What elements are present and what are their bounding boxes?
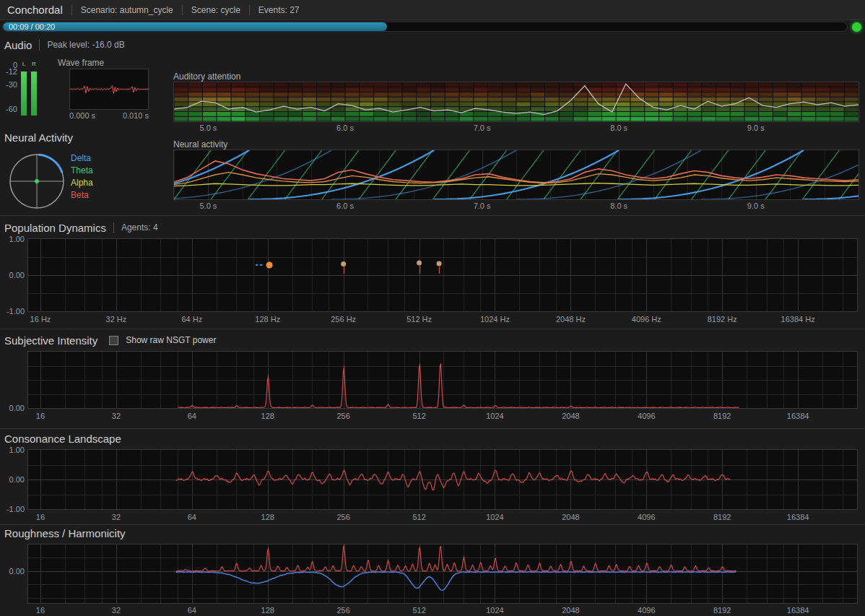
meter-tick-label: -12 <box>1 67 17 76</box>
audio-title: Audio <box>4 39 32 51</box>
x-tick-label: 1024 <box>486 412 503 420</box>
wave-frame-chart <box>69 69 149 110</box>
wave-end-time: 0.010 s <box>123 111 149 120</box>
x-tick-label: 16 <box>36 606 45 615</box>
wave-start-time: 0.000 s <box>69 111 95 120</box>
population-chart <box>27 238 858 312</box>
x-tick-label: 4096 <box>638 412 655 420</box>
top-bar: Conchordal Scenario: autumn_cycle Scene:… <box>0 0 865 20</box>
population-header: Population Dynamics Agents: 4 <box>4 220 158 235</box>
x-tick-label: 64 Hz <box>181 315 202 324</box>
show-raw-nsgt-label: Show raw NSGT power <box>126 335 216 345</box>
x-tick-label: 32 <box>112 412 121 420</box>
neural-gauge <box>6 150 68 212</box>
x-tick-label: 1024 <box>486 513 503 521</box>
y-tick-label: 0.00 <box>1 567 25 576</box>
auditory-attention-title: Auditory attention <box>173 71 240 82</box>
x-tick-label: 16384 <box>787 606 809 615</box>
section-divider <box>0 215 865 216</box>
x-tick-label: 8.0 s <box>610 123 627 132</box>
x-tick-label: 2048 Hz <box>556 315 586 324</box>
consonance-chart <box>27 449 858 510</box>
section-divider <box>0 428 865 429</box>
y-tick-label: 0.00 <box>1 404 25 412</box>
x-tick-label: 4096 Hz <box>632 315 661 324</box>
audio-header: Audio Peak level: -16.0 dB <box>4 38 125 52</box>
y-tick-label: 1.00 <box>1 446 25 454</box>
x-tick-label: 16384 Hz <box>781 315 815 324</box>
x-tick-label: 8192 Hz <box>708 315 737 324</box>
x-tick-label: 8192 <box>713 412 731 420</box>
neural-activity-panel-title: Neural Activity <box>4 131 73 144</box>
agents-label: Agents: 4 <box>121 222 158 233</box>
x-tick-label: 256 Hz <box>331 315 356 324</box>
wave-frame-canvas <box>70 69 148 109</box>
x-tick-label: 32 <box>112 513 121 521</box>
x-tick-label: 32 <box>112 606 121 615</box>
x-tick-label: 512 <box>412 412 425 420</box>
x-tick-label: 128 <box>261 606 274 615</box>
x-tick-label: 64 <box>188 412 196 420</box>
neural-activity-title: Neural activity <box>173 139 227 149</box>
y-tick-label: 1.00 <box>1 235 25 243</box>
y-tick-label: 0.00 <box>1 475 25 484</box>
x-tick-label: 8192 <box>713 513 731 521</box>
x-tick-label: 2048 <box>562 412 579 420</box>
x-tick-label: 7.0 s <box>474 123 491 132</box>
meter-tick-label: -60 <box>1 105 17 113</box>
gauge-arc <box>39 155 62 172</box>
x-tick-label: 4096 <box>638 606 655 615</box>
roughness-title: Roughness / Harmonicity <box>4 527 126 539</box>
subjective-intensity-chart <box>27 351 858 409</box>
x-tick-label: 512 Hz <box>407 315 432 324</box>
x-tick-label: 8192 <box>713 606 731 615</box>
y-tick-label: 0.00 <box>1 271 25 279</box>
consonance-title: Consonance Landscape <box>4 433 121 445</box>
x-tick-label: 9.0 s <box>747 123 765 132</box>
wave-frame-title: Wave frame <box>58 58 104 68</box>
x-tick-label: 16 Hz <box>30 315 51 324</box>
divider <box>249 5 250 15</box>
x-tick-label: 256 <box>336 513 349 521</box>
x-tick-label: 256 <box>336 606 349 615</box>
progress-bar[interactable]: 00:09 / 00:20 <box>2 22 848 32</box>
x-tick-label: 6.0 s <box>336 123 354 132</box>
divider <box>182 5 183 15</box>
app-root: Conchordal Scenario: autumn_cycle Scene:… <box>0 0 865 616</box>
x-tick-label: 8.0 s <box>610 201 627 210</box>
x-tick-label: 32 Hz <box>106 315 127 324</box>
neural-legend-item: Beta <box>71 190 89 200</box>
y-tick-label: -1.00 <box>1 505 25 513</box>
subjective-header: Subjective Intensity Show raw NSGT power <box>4 333 216 347</box>
scenario-label: Scenario: autumn_cycle <box>81 5 173 15</box>
show-raw-nsgt-checkbox[interactable] <box>109 336 118 345</box>
auditory-attention-canvas <box>174 82 859 121</box>
neural-activity-chart <box>173 149 859 200</box>
x-tick-label: 256 <box>336 412 349 420</box>
x-tick-label: 128 <box>261 412 274 420</box>
y-tick-label: -1.00 <box>1 307 25 316</box>
roughness-chart <box>27 544 858 604</box>
x-tick-label: 5.0 s <box>199 123 217 132</box>
level-meter-bar <box>31 71 37 116</box>
neural-activity-canvas <box>174 150 859 199</box>
auditory-attention-chart <box>173 82 859 122</box>
x-tick-label: 9.0 s <box>747 201 765 210</box>
x-tick-label: 16 <box>36 412 45 420</box>
transport-bar: 00:09 / 00:20 <box>0 20 865 34</box>
x-tick-label: 128 <box>261 513 274 521</box>
peak-level-label: Peak level: -16.0 dB <box>47 40 124 50</box>
divider <box>71 5 72 15</box>
events-label: Events: 27 <box>258 5 300 15</box>
x-tick-label: 16384 <box>787 412 809 420</box>
neural-legend-item: Delta <box>71 153 91 163</box>
neural-legend-item: Alpha <box>71 178 93 188</box>
divider <box>39 40 40 51</box>
neural-legend-item: Theta <box>71 165 93 175</box>
x-tick-label: 1024 Hz <box>480 315 510 324</box>
population-canvas <box>28 239 857 311</box>
x-tick-label: 2048 <box>562 606 579 615</box>
app-title: Conchordal <box>7 4 63 16</box>
x-tick-label: 5.0 s <box>199 201 217 210</box>
level-meter-bar <box>21 71 27 116</box>
